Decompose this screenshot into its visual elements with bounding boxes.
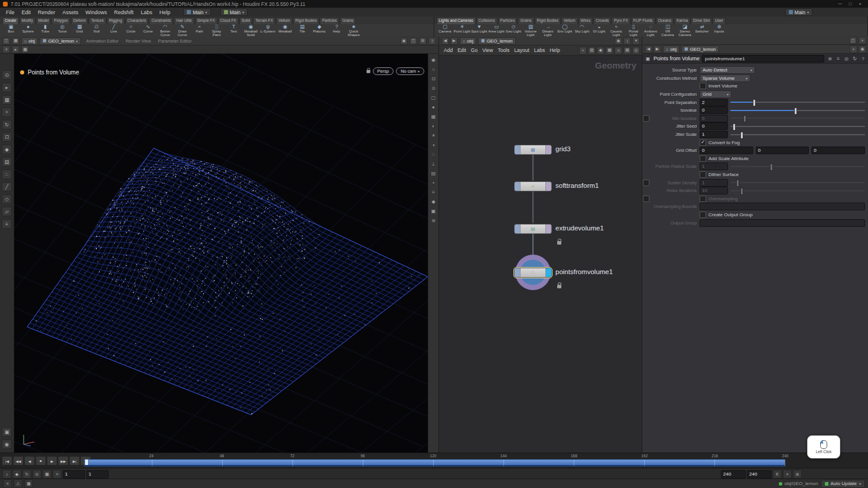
param-select-source-type[interactable]: Auto Detect▾ (700, 66, 755, 74)
param-field-jitter-seed[interactable]: 0 (700, 122, 728, 130)
shelf-tab-grains[interactable]: Grains (340, 17, 356, 24)
param-checkbox-invert-volume[interactable] (700, 83, 706, 89)
select-tool-icon[interactable]: ▸ (2, 83, 12, 92)
menu-edit[interactable]: Edit (18, 9, 35, 15)
param-slider-jitter-seed[interactable] (730, 126, 865, 127)
handles-icon[interactable]: + (430, 179, 437, 187)
network-node-softtransform1[interactable]: +softtransform1 (514, 181, 552, 190)
render-view-icon[interactable]: ◉ (2, 440, 12, 449)
shelf-tab-create[interactable]: Create (2, 17, 19, 24)
playback-options-icon[interactable]: ⊛ (793, 470, 802, 479)
network-node-pointsfromvolume1[interactable]: ∴pointsfromvolume1 (514, 268, 552, 276)
snapshot-view-icon[interactable]: ▣ (430, 207, 437, 215)
shelf-tab-rigid-bodies[interactable]: Rigid Bodies (535, 17, 561, 24)
node-body[interactable]: ∴ (514, 268, 552, 278)
pane-layout-icon[interactable]: ◫ (409, 37, 417, 45)
home-view-icon[interactable]: ⌂ (430, 66, 437, 73)
right-desktop-selector[interactable]: Main ▾ (785, 8, 812, 16)
shelf-tool-stereo-camera[interactable]: ◪Stereo Camera (677, 24, 694, 37)
shelf-tab-particles[interactable]: Particles (320, 17, 339, 24)
shelf-tool-metaball[interactable]: ◉Metaball (277, 24, 294, 37)
stowbar-icon[interactable]: ≡ (2, 45, 10, 53)
shelf-tool-text[interactable]: TText (225, 24, 242, 37)
forward-icon[interactable]: ▶ (450, 37, 458, 45)
shelf-tab-pyro-fx[interactable]: Pyro FX (612, 17, 630, 24)
tree-view-icon[interactable]: ≡ (615, 47, 622, 54)
color-palette-icon[interactable]: ▧ (588, 47, 596, 54)
auto-key-toggle[interactable]: ◆ (12, 470, 21, 479)
playbar-options-toggle[interactable]: ≡ (53, 470, 61, 479)
shelf-tool-spot-light[interactable]: ▼Spot Light (471, 24, 488, 37)
node-bypass-flag[interactable] (515, 145, 521, 154)
minimize-button[interactable]: ─ (838, 1, 842, 6)
prev-key-button[interactable]: ◀◀ (13, 456, 24, 466)
find-node-icon[interactable]: ◎ (632, 47, 640, 54)
search-icon[interactable]: ◎ (843, 56, 850, 62)
camera-lock-icon[interactable] (366, 70, 370, 73)
shelf-tool-ambient-light[interactable]: ◌Ambient Light (642, 24, 659, 37)
shelf-tool-draw-curve[interactable]: ✎Draw Curve (174, 24, 191, 37)
close-button[interactable]: × (859, 1, 862, 6)
pane-tab-render-view[interactable]: Render View (122, 38, 155, 44)
shelf-tab-vellum[interactable]: Vellum (276, 17, 292, 24)
shelf-tab-simple-fx[interactable]: Simple FX (195, 17, 217, 24)
shape-palette-icon[interactable]: ◆ (597, 47, 604, 54)
param-select-construction-method[interactable]: Sparse Volume▾ (700, 74, 750, 82)
shelf-tool-null[interactable]: ∅Null (88, 24, 105, 37)
display-points-icon[interactable]: ∴ (430, 151, 437, 158)
shelf-tool-distant-light[interactable]: →Distant Light (539, 24, 557, 37)
node-bypass-flag[interactable] (515, 268, 521, 277)
menu-redshift[interactable]: Redshift (110, 9, 137, 15)
param-field-scatter-density[interactable]: 1 (700, 179, 728, 187)
shelf-tab-deform[interactable]: Deform (71, 17, 88, 24)
param-slider-scatter-density[interactable] (730, 182, 865, 183)
shelf-tool-sphere[interactable]: ●Sphere (19, 24, 37, 37)
param-field-grid-offset-x[interactable]: 0 (700, 147, 753, 154)
node-display-flag[interactable] (545, 268, 551, 277)
pane-tab-parameter-editor[interactable]: Parameter Editor (154, 38, 195, 44)
gear-icon[interactable]: ⊛ (827, 56, 833, 62)
shelf-tab-rigid-bodies[interactable]: Rigid Bodies (293, 17, 320, 24)
viewport-canvas[interactable] (14, 54, 428, 453)
network-overview-icon[interactable]: ▦ (606, 47, 613, 54)
shelf-tab-cloud-fx[interactable]: Cloud FX (218, 17, 239, 24)
smooth-shading-icon[interactable]: ◐ (430, 122, 437, 130)
audio-toggle[interactable]: ♪ (2, 470, 11, 479)
play-button[interactable]: ▶ (47, 456, 57, 466)
menu-help[interactable]: Help (156, 9, 174, 15)
node-display-flag[interactable] (545, 145, 551, 154)
shelf-tab-collisions[interactable]: Collisions (476, 17, 498, 24)
slider-handle[interactable] (794, 108, 797, 115)
node-display-flag[interactable] (545, 225, 551, 233)
network-menu-go[interactable]: Go (469, 47, 480, 53)
sim-toggle[interactable]: ⊙ (32, 470, 41, 479)
param-field-oversampling-bounds[interactable] (700, 203, 865, 210)
pin-view-icon[interactable]: ◉ (430, 56, 437, 64)
shelf-tool-point-light[interactable]: ☀Point Light (454, 24, 471, 37)
network-path-root-chip[interactable]: ⌂ obj (460, 37, 476, 45)
shelf-tool-bezier-curve[interactable]: ◠Bezier Curve (157, 24, 174, 37)
network-node-extrudevolume1[interactable]: ▤extrudevolume1 (514, 224, 552, 233)
network-menu-add[interactable]: Add (441, 47, 455, 53)
measure-icon[interactable]: ≡ (2, 219, 12, 229)
desktop-selector[interactable]: Main ▾ (183, 8, 210, 16)
viewport[interactable]: Points from Volume Persp No cam ▾ (14, 54, 428, 453)
menu-assets[interactable]: Assets (59, 9, 82, 15)
parameters-path-node-chip[interactable]: ▦ GEO_lemon (681, 45, 719, 53)
node-bypass-flag[interactable] (515, 225, 521, 233)
param-enable-checkbox-min-isovalue[interactable] (643, 115, 649, 122)
warning-log-icon[interactable]: ⚠ (14, 479, 22, 488)
shelf-tab-rigging[interactable]: Rigging (107, 17, 125, 24)
param-field-grid-offset-y[interactable]: 0 (756, 147, 810, 154)
param-enable-checkbox-scatter-density[interactable] (643, 180, 649, 186)
set-key-button[interactable]: K (773, 470, 782, 479)
param-field-particle-radius-scale[interactable]: 1 (700, 162, 728, 170)
param-checkbox-add-scale-attribute[interactable] (700, 155, 706, 162)
shelf-tool-box[interactable]: ▣Box (2, 24, 19, 37)
frame-all-icon[interactable]: ⊡ (430, 75, 437, 83)
shelf-tool-grid[interactable]: ▦Grid (71, 24, 88, 37)
global-end-field[interactable]: 240 (747, 470, 772, 479)
param-field-output-group[interactable] (700, 219, 865, 227)
param-field-isovalue[interactable]: 0 (700, 106, 728, 114)
slider-handle[interactable] (753, 99, 756, 106)
